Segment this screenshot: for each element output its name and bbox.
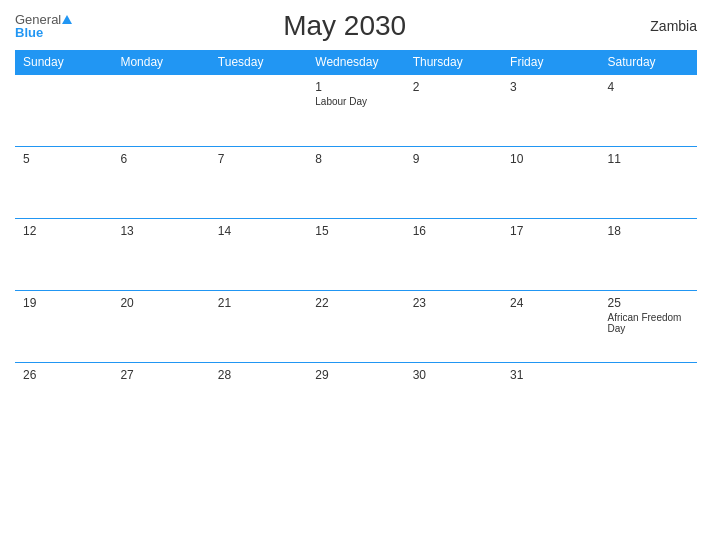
day-number: 17	[510, 224, 591, 238]
calendar-cell: 24	[502, 291, 599, 363]
weekday-tuesday: Tuesday	[210, 50, 307, 75]
day-number: 27	[120, 368, 201, 382]
holiday-label: African Freedom Day	[608, 312, 689, 334]
country-label: Zambia	[617, 18, 697, 34]
day-number: 28	[218, 368, 299, 382]
day-number: 11	[608, 152, 689, 166]
calendar-cell: 3	[502, 75, 599, 147]
calendar-week-row: 1Labour Day234	[15, 75, 697, 147]
day-number: 3	[510, 80, 591, 94]
calendar-cell	[210, 75, 307, 147]
calendar-cell: 9	[405, 147, 502, 219]
calendar-cell	[600, 363, 697, 435]
calendar-cell: 5	[15, 147, 112, 219]
day-number: 5	[23, 152, 104, 166]
calendar-cell	[112, 75, 209, 147]
calendar-week-row: 262728293031	[15, 363, 697, 435]
calendar-cell: 6	[112, 147, 209, 219]
calendar-cell: 20	[112, 291, 209, 363]
calendar-cell: 13	[112, 219, 209, 291]
day-number: 2	[413, 80, 494, 94]
day-number: 30	[413, 368, 494, 382]
calendar-cell: 31	[502, 363, 599, 435]
day-number: 19	[23, 296, 104, 310]
day-number: 31	[510, 368, 591, 382]
weekday-row: Sunday Monday Tuesday Wednesday Thursday…	[15, 50, 697, 75]
calendar-cell: 10	[502, 147, 599, 219]
calendar-cell: 28	[210, 363, 307, 435]
holiday-label: Labour Day	[315, 96, 396, 107]
calendar-cell: 27	[112, 363, 209, 435]
calendar-cell: 26	[15, 363, 112, 435]
weekday-thursday: Thursday	[405, 50, 502, 75]
day-number: 4	[608, 80, 689, 94]
calendar-cell: 29	[307, 363, 404, 435]
calendar-week-row: 12131415161718	[15, 219, 697, 291]
day-number: 25	[608, 296, 689, 310]
calendar-cell: 16	[405, 219, 502, 291]
day-number: 24	[510, 296, 591, 310]
day-number: 1	[315, 80, 396, 94]
day-number: 13	[120, 224, 201, 238]
day-number: 16	[413, 224, 494, 238]
calendar-cell: 2	[405, 75, 502, 147]
day-number: 23	[413, 296, 494, 310]
calendar-cell: 14	[210, 219, 307, 291]
calendar-cell: 8	[307, 147, 404, 219]
calendar-cell: 1Labour Day	[307, 75, 404, 147]
day-number: 26	[23, 368, 104, 382]
calendar-table: Sunday Monday Tuesday Wednesday Thursday…	[15, 50, 697, 435]
day-number: 6	[120, 152, 201, 166]
calendar-cell: 7	[210, 147, 307, 219]
calendar-cell: 22	[307, 291, 404, 363]
day-number: 9	[413, 152, 494, 166]
page: General Blue May 2030 Zambia Sunday Mond…	[0, 0, 712, 550]
calendar-cell: 21	[210, 291, 307, 363]
logo-blue-text: Blue	[15, 26, 43, 39]
calendar-cell: 25African Freedom Day	[600, 291, 697, 363]
day-number: 8	[315, 152, 396, 166]
day-number: 20	[120, 296, 201, 310]
header: General Blue May 2030 Zambia	[15, 10, 697, 42]
calendar-cell: 4	[600, 75, 697, 147]
calendar-week-row: 567891011	[15, 147, 697, 219]
calendar-title: May 2030	[72, 10, 617, 42]
day-number: 22	[315, 296, 396, 310]
calendar-cell: 23	[405, 291, 502, 363]
logo-triangle-icon	[62, 15, 72, 24]
calendar-cell: 17	[502, 219, 599, 291]
weekday-saturday: Saturday	[600, 50, 697, 75]
calendar-week-row: 19202122232425African Freedom Day	[15, 291, 697, 363]
day-number: 7	[218, 152, 299, 166]
day-number: 10	[510, 152, 591, 166]
logo: General Blue	[15, 13, 72, 39]
day-number: 12	[23, 224, 104, 238]
day-number: 14	[218, 224, 299, 238]
calendar-body: 1Labour Day23456789101112131415161718192…	[15, 75, 697, 435]
weekday-friday: Friday	[502, 50, 599, 75]
calendar-cell: 19	[15, 291, 112, 363]
day-number: 29	[315, 368, 396, 382]
day-number: 18	[608, 224, 689, 238]
calendar-cell: 12	[15, 219, 112, 291]
calendar-cell: 30	[405, 363, 502, 435]
weekday-monday: Monday	[112, 50, 209, 75]
weekday-sunday: Sunday	[15, 50, 112, 75]
calendar-cell: 11	[600, 147, 697, 219]
calendar-cell: 18	[600, 219, 697, 291]
day-number: 15	[315, 224, 396, 238]
calendar-cell: 15	[307, 219, 404, 291]
calendar-cell	[15, 75, 112, 147]
day-number: 21	[218, 296, 299, 310]
calendar-header: Sunday Monday Tuesday Wednesday Thursday…	[15, 50, 697, 75]
weekday-wednesday: Wednesday	[307, 50, 404, 75]
